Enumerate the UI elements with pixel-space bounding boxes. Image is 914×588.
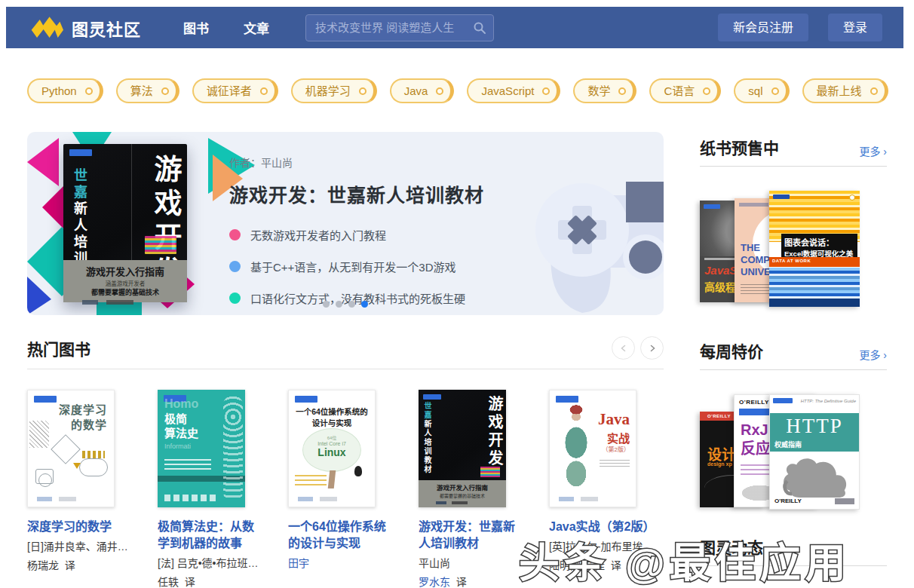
author-link[interactable]: 田宇 [288, 557, 309, 569]
tag-hole-icon [870, 87, 878, 95]
weekly-cover[interactable]: HTTP: The Definitive GuideHTTP权威指南O'REIL… [769, 394, 860, 510]
tag-bar: Python算法诚征译者机器学习JavaJavaScript数学C语言sql最新… [27, 78, 888, 103]
nav-links: 图书文章 [183, 18, 269, 37]
gamepad-illustration [528, 165, 664, 315]
book-title-link[interactable]: Java实战（第2版） [549, 519, 652, 535]
turing-community-page: 图灵社区 图书文章 新会员注册 登录 Python算法诚征译者机器学习JavaJ… [0, 0, 914, 588]
tag-pill[interactable]: JavaScript [467, 78, 560, 103]
news-section: 图灵动态 [700, 535, 887, 566]
book-cover[interactable]: 世嘉新人培训教材游戏开发游戏开发入行指南都需要掌握的基础技术 [419, 390, 506, 507]
book-card: Java实战（第2版）Java实战（第2版）[英]拉乌尔-加布里埃…陆明刚 劳佳… [549, 390, 664, 588]
tag-pill[interactable]: 算法 [116, 78, 179, 103]
book-author-line: [法] 吕克•德•布拉班… [158, 556, 272, 571]
weekly-deals-section: 每周特价 更多 › O'REILLY设计design xpO'REILLYRxJ… [700, 339, 887, 515]
book-author-line: 平山尚 [419, 556, 533, 571]
bullet-dot-icon [229, 261, 241, 272]
next-button[interactable] [640, 336, 664, 360]
book-author-line: 罗水东 译 [419, 575, 533, 588]
book-cover[interactable]: Homo极简算法史Informati [158, 390, 245, 507]
book-title-link[interactable]: 一个64位操作系统的设计与实现 [288, 519, 391, 552]
weekly-cover-stack: O'REILLY设计design xpO'REILLYRxJ反应HTTP: Th… [700, 394, 887, 515]
presale-heading: 纸书预售中 [700, 136, 779, 158]
carousel-dot-2[interactable] [348, 301, 355, 308]
chevron-right-icon [649, 345, 656, 352]
nav-link-0[interactable]: 图书 [183, 18, 209, 37]
hero-title[interactable]: 游戏开发：世嘉新人培训教材 [229, 180, 484, 207]
chevron-left-icon [620, 345, 627, 352]
turing-badge [423, 394, 441, 400]
turing-badge [34, 396, 57, 403]
book-card: 一个64位操作系统的设计与实现64位Intel Core i7Linux一个64… [288, 390, 403, 588]
tag-pill[interactable]: sql [734, 78, 789, 103]
search-icon[interactable] [473, 21, 486, 35]
book-card: 深度学习的数学深度学习的数学[日]涌井良幸、涌井…杨瑞龙 译 [27, 390, 142, 588]
award-stamp [145, 236, 176, 254]
hot-books-row: 深度学习的数学深度学习的数学[日]涌井良幸、涌井…杨瑞龙 译Homo极简算法史I… [27, 390, 664, 588]
presale-cover-stack: JavaS高级程THECOMPUUNIVER图表会说话：Excel数据可视化之美… [700, 191, 887, 311]
tag-hole-icon [771, 87, 779, 95]
nav-link-1[interactable]: 文章 [244, 18, 269, 37]
hero-book-cover[interactable]: 世嘉新人培训教材 游戏开发 游戏开发入行指南 涵盖游戏开发者 都需要掌握的基础技… [63, 144, 187, 302]
book-cover[interactable]: 一个64位操作系统的设计与实现64位Intel Core i7Linux [288, 390, 376, 507]
bullet-dot-icon [229, 229, 241, 240]
hero-bullet: 无数游戏开发者的入门教程 [229, 227, 484, 243]
book-cover[interactable]: 深度学习的数学 [27, 390, 115, 507]
hero-carousel: 世嘉新人培训教材 游戏开发 游戏开发入行指南 涵盖游戏开发者 都需要掌握的基础技… [27, 132, 664, 315]
navbar: 图灵社区 图书文章 新会员注册 登录 [6, 7, 903, 48]
turing-badge [773, 398, 793, 403]
search-input[interactable] [305, 14, 494, 41]
publisher-logos [37, 497, 105, 501]
prev-button[interactable] [612, 336, 635, 360]
book-author-line: [日]涌井良幸、涌井… [27, 540, 142, 554]
lotus-logo-icon [29, 16, 63, 40]
carousel-dot-0[interactable] [323, 301, 330, 308]
award-stamp [480, 467, 500, 477]
news-heading: 图灵动态 [700, 535, 763, 558]
publisher-logos [298, 497, 366, 501]
presale-more-link[interactable]: 更多 › [859, 143, 887, 158]
tag-pill[interactable]: Python [27, 78, 103, 103]
tag-hole-icon [359, 87, 367, 95]
tag-pill[interactable]: C语言 [649, 78, 721, 103]
tag-pill[interactable]: Java [390, 78, 455, 103]
nav-actions: 新会员注册 登录 [718, 14, 882, 41]
brand-title: 图灵社区 [72, 16, 141, 40]
register-button[interactable]: 新会员注册 [718, 14, 808, 41]
carousel-pager [612, 336, 664, 360]
turing-badge [773, 194, 790, 199]
tag-pill[interactable]: 最新上线 [802, 78, 888, 103]
divider [27, 369, 664, 369]
book-title-link[interactable]: 极简算法史：从数学到机器的故事 [158, 519, 260, 552]
book-title-link[interactable]: 游戏开发：世嘉新人培训教材 [419, 519, 521, 552]
tag-hole-icon [542, 87, 550, 95]
tag-hole-icon [703, 87, 710, 95]
carousel-dot-1[interactable] [336, 301, 342, 308]
login-button[interactable]: 登录 [828, 14, 882, 41]
hero-cover-band: 游戏开发入行指南 涵盖游戏开发者 都需要掌握的基础技术 [63, 260, 187, 302]
tag-pill[interactable]: 机器学习 [291, 78, 377, 103]
book-card: Homo极简算法史Informati极简算法史：从数学到机器的故事[法] 吕克•… [158, 390, 272, 588]
tag-hole-icon [618, 87, 626, 95]
weekly-more-link[interactable]: 更多 › [859, 347, 887, 362]
tag-hole-icon [260, 87, 268, 95]
bullet-dot-icon [229, 292, 241, 304]
presale-cover[interactable]: 图表会说话：Excel数据可视化之美DATA AT WORK [769, 191, 860, 307]
publisher-logos [835, 498, 854, 504]
author-link[interactable]: 罗水东 [419, 576, 450, 588]
book-title-link[interactable]: 深度学习的数学 [27, 519, 130, 535]
hero-bullet: 基于C++语言，从无到有开发一个3D游戏 [229, 259, 484, 274]
book-cover[interactable]: Java实战（第2版） [549, 390, 636, 507]
book-author-line: 田宇 [288, 556, 403, 571]
search-box [305, 14, 494, 41]
divider [700, 166, 887, 167]
brand-logo-link[interactable]: 图灵社区 [29, 16, 141, 40]
carousel-dot-3[interactable] [361, 301, 368, 308]
hero-author: 作者：平山尚 [229, 155, 484, 170]
book-author-line: 任轶 译 [158, 575, 272, 588]
penguin-icon [354, 466, 362, 476]
book-author-line: 陆明刚 劳佳 译 [549, 559, 664, 573]
tag-pill[interactable]: 数学 [573, 78, 636, 103]
tag-hole-icon [161, 87, 169, 95]
turing-badge [295, 396, 317, 403]
tag-pill[interactable]: 诚征译者 [192, 78, 278, 103]
